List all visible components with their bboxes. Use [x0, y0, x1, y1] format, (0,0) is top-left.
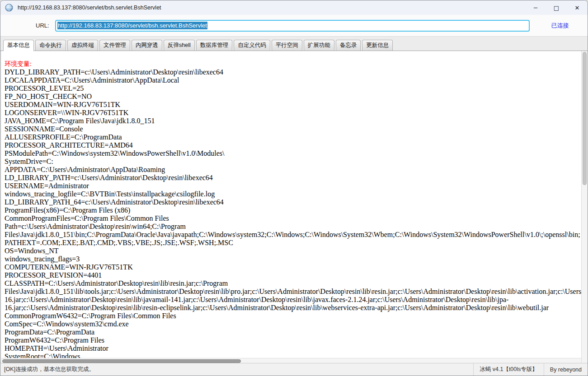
env-line: PROCESSOR_LEVEL=25 [5, 84, 582, 93]
title-bar: http://192.168.83.137:8080/servlet/bsh.s… [0, 0, 588, 15]
env-line: windows_tracing_flags=3 [5, 255, 582, 263]
env-line: PROCESSOR_ARCHITECTURE=AMD64 [5, 141, 582, 149]
env-line: PSModulePath=C:\Windows\system32\Windows… [5, 149, 582, 158]
tab-file-manager[interactable]: 文件管理 [99, 40, 130, 51]
env-line: ALLUSERSPROFILE=C:\ProgramData [5, 133, 582, 141]
behinder-window: http://192.168.83.137:8080/servlet/bsh.s… [0, 0, 588, 376]
env-line: SESSIONNAME=Console [5, 125, 582, 133]
env-section-title: 环境变量: [5, 60, 582, 68]
close-button[interactable]: ✕ [567, 0, 588, 15]
tab-reverse-shell[interactable]: 反弹shell [164, 40, 195, 51]
env-line: CommonProgramFiles=C:\Program Files\Comm… [5, 214, 582, 223]
env-line: FP_NO_HOST_CHECK=NO [5, 93, 582, 101]
url-input[interactable]: http://192.168.83.137:8080/servlet/bsh.s… [55, 20, 530, 32]
horizontal-scrollbar-thumb[interactable] [2, 359, 241, 363]
env-line: JAVA_HOME=C:\Program Files\Java\jdk1.8.0… [5, 117, 582, 125]
env-line: ProgramData=C:\ProgramData [5, 328, 582, 336]
tab-basic-info[interactable]: 基本信息 [3, 40, 34, 51]
window-controls: ─ □ ✕ [525, 0, 588, 15]
env-line: DYLD_LIBRARY_PATH=c:\Users\Administrator… [5, 68, 582, 76]
env-line: PROCESSOR_REVISION=4401 [5, 271, 582, 279]
tab-strip: 基本信息 命令执行 虚拟终端 文件管理 内网穿透 反弹shell 数据库管理 自… [0, 37, 588, 51]
env-line: SystemRoot=C:\Windows [5, 353, 582, 358]
status-bar: [OK]连接成功，基本信息获取完成。 冰蝎 v4.1【t00ls专版】 By r… [0, 363, 588, 376]
window-title: http://192.168.83.137:8080/servlet/bsh.s… [18, 5, 161, 11]
env-line-list: DYLD_LIBRARY_PATH=c:\Users\Administrator… [5, 68, 582, 358]
maximize-button[interactable]: □ [546, 0, 567, 15]
tab-database-manager[interactable]: 数据库管理 [196, 40, 233, 51]
env-line: Files\Java\jdk1.8.0_151\bin;C:\ProgramDa… [5, 231, 582, 239]
env-line: LD_LIBRARY_PATH_64=c:\Users\Administrato… [5, 198, 582, 206]
env-variables-text: 环境变量: DYLD_LIBRARY_PATH=c:\Users\Adminis… [1, 51, 582, 358]
env-line: LOGONSERVER=\\WIN-RJGV76T51TK [5, 109, 582, 117]
status-message: [OK]连接成功，基本信息获取完成。 [4, 366, 94, 373]
env-line: ComSpec=C:\Windows\system32\cmd.exe [5, 320, 582, 328]
env-line: OS=Windows_NT [5, 247, 582, 255]
app-globe-icon [5, 4, 13, 12]
tab-command-exec[interactable]: 命令执行 [35, 40, 66, 51]
env-line: PATHEXT=.COM;.EXE;.BAT;.CMD;.VBS;.VBE;.J… [5, 239, 582, 247]
env-line: windows_tracing_logfile=C:\BVTBin\Tests\… [5, 190, 582, 198]
status-right-group: 冰蝎 v4.1【t00ls专版】 By rebeyond [473, 363, 588, 376]
tab-parallel-space[interactable]: 平行空间 [272, 40, 302, 51]
env-line: USERNAME=Administrator [5, 182, 582, 190]
env-line: CommonProgramW6432=C:\Program Files\Comm… [5, 312, 582, 320]
env-line: SystemDrive=C: [5, 158, 582, 166]
vertical-scrollbar[interactable] [581, 51, 588, 364]
version-label: 冰蝎 v4.1【t00ls专版】 [473, 363, 544, 376]
connection-status-label: 已连接 [551, 22, 569, 30]
env-line: HOMEPATH=\Users\Administrator [5, 344, 582, 353]
author-label: By rebeyond [544, 363, 588, 376]
env-line: APPDATA=C:\Users\Administrator\AppData\R… [5, 166, 582, 174]
env-line: 16.jar;c:\Users\Administrator\Desktop\re… [5, 304, 582, 312]
vertical-scrollbar-thumb[interactable] [583, 52, 587, 185]
env-line: LOCALAPPDATA=C:\Users\Administrator\AppD… [5, 76, 582, 84]
url-label: URL: [36, 22, 49, 29]
env-line: Files\Java\jdk1.8.0_151\lib\tools.jar;c:… [5, 288, 582, 296]
env-line: Path=c:\Users\Administrator\Desktop\resi… [5, 223, 582, 231]
env-line: COMPUTERNAME=WIN-RJGV76T51TK [5, 263, 582, 271]
minimize-button[interactable]: ─ [525, 0, 546, 15]
env-line: ProgramW6432=C:\Program Files [5, 336, 582, 344]
tab-memo[interactable]: 备忘录 [336, 40, 361, 51]
env-line: USERDOMAIN=WIN-RJGV76T51TK [5, 101, 582, 109]
tab-update-info[interactable]: 更新信息 [362, 40, 393, 51]
env-line: CLASSPATH=C:\Users\Administrator\Desktop… [5, 279, 582, 288]
tab-extensions[interactable]: 扩展功能 [304, 40, 334, 51]
tab-custom-code[interactable]: 自定义代码 [234, 40, 270, 51]
url-row: URL: http://192.168.83.137:8080/servlet/… [0, 15, 588, 37]
env-line: LD_LIBRARY_PATH=c:\Users\Administrator\D… [5, 174, 582, 182]
basic-info-panel: 环境变量: DYLD_LIBRARY_PATH=c:\Users\Adminis… [1, 51, 582, 364]
url-input-selected-text[interactable]: http://192.168.83.137:8080/servlet/bsh.s… [57, 22, 207, 29]
tab-virtual-terminal[interactable]: 虚拟终端 [67, 40, 98, 51]
env-line: 16.jar;c:\Users\Administrator\Desktop\re… [5, 296, 582, 304]
env-line: ProgramFiles(x86)=C:\Program Files (x86) [5, 206, 582, 214]
tab-intranet-tunnel[interactable]: 内网穿透 [132, 40, 162, 51]
